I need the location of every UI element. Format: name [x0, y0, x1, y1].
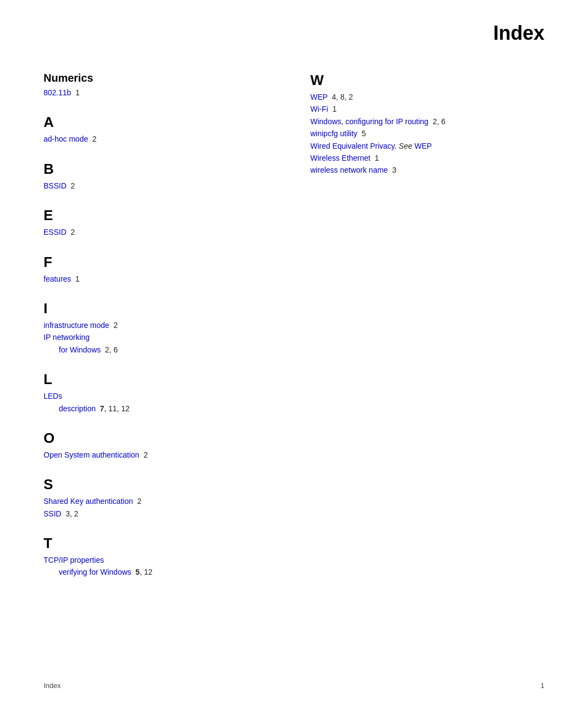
entry-802-11b: 802.11b 1 [44, 87, 278, 99]
link-shared-key-auth[interactable]: Shared Key authentication [44, 497, 133, 506]
link-essid[interactable]: ESSID [44, 228, 66, 236]
section-t: T TCP/IP properties verifying for Window… [44, 535, 278, 579]
index-body: Numerics 802.11b 1 A ad-hoc mode 2 B BSS… [44, 72, 544, 594]
link-wep-see[interactable]: WEP [414, 142, 432, 150]
footer: Index 1 [44, 681, 544, 690]
section-w: W WEP 4, 8, 2 Wi-Fi 1 Windows, configuri… [310, 72, 544, 176]
entry-tcpip-verifying: verifying for Windows 5, 12 [44, 566, 278, 578]
link-tcpip-verifying[interactable]: verifying for Windows [59, 568, 131, 576]
page-title: Index [44, 22, 544, 50]
entry-tcpip-properties: TCP/IP properties [44, 554, 278, 566]
entry-shared-key-auth: Shared Key authentication 2 [44, 495, 278, 507]
link-ssid[interactable]: SSID [44, 509, 62, 518]
entry-windows-configuring: Windows, configuring for IP routing 2, 6 [310, 115, 544, 127]
section-e: E ESSID 2 [44, 207, 278, 238]
link-windows-configuring[interactable]: Windows, configuring for IP routing [310, 117, 428, 126]
link-infrastructure-mode[interactable]: infrastructure mode [44, 321, 109, 330]
entry-essid: ESSID 2 [44, 226, 278, 238]
entry-ssid: SSID 3, 2 [44, 508, 278, 520]
entry-wifi: Wi-Fi 1 [310, 103, 544, 115]
section-l: L LEDs description 7, 11, 12 [44, 371, 278, 415]
link-features[interactable]: features [44, 275, 71, 283]
section-s: S Shared Key authentication 2 SSID 3, 2 [44, 476, 278, 520]
link-wep[interactable]: WEP [310, 93, 328, 101]
section-f: F features 1 [44, 254, 278, 285]
entry-winipcfg: winipcfg utility 5 [310, 127, 544, 139]
entry-wireless-ethernet: Wireless Ethernet 1 [310, 152, 544, 164]
link-bssid[interactable]: BSSID [44, 181, 66, 190]
entry-leds: LEDs [44, 390, 278, 402]
section-heading-t: T [44, 535, 278, 552]
right-column: W WEP 4, 8, 2 Wi-Fi 1 Windows, configuri… [299, 72, 544, 594]
entry-wep: WEP 4, 8, 2 [310, 91, 544, 103]
section-o: O Open System authentication 2 [44, 430, 278, 461]
link-wireless-network-name[interactable]: wireless network name [310, 166, 388, 174]
section-heading-e: E [44, 207, 278, 224]
section-heading-b: B [44, 161, 278, 178]
section-heading-numerics: Numerics [44, 72, 278, 84]
link-winipcfg[interactable]: winipcfg utility [310, 129, 357, 138]
page-container: Index Numerics 802.11b 1 A ad-hoc mode 2… [0, 0, 588, 706]
section-b: B BSSID 2 [44, 161, 278, 192]
entry-wired-equivalent-privacy: Wired Equivalent Privacy. See WEP [310, 140, 544, 152]
section-heading-l: L [44, 371, 278, 388]
entry-leds-description: description 7, 11, 12 [44, 403, 278, 415]
section-heading-a: A [44, 114, 278, 131]
entry-infrastructure-mode: infrastructure mode 2 [44, 319, 278, 331]
section-heading-w: W [310, 72, 544, 89]
link-leds[interactable]: LEDs [44, 392, 62, 400]
entry-ip-networking-for-windows: for Windows 2, 6 [44, 344, 278, 356]
section-heading-i: I [44, 300, 278, 317]
link-leds-description[interactable]: description [59, 404, 96, 413]
link-ip-networking-for-windows[interactable]: for Windows [59, 345, 101, 354]
link-wireless-ethernet[interactable]: Wireless Ethernet [310, 154, 370, 162]
footer-page: 1 [541, 681, 544, 690]
link-ad-hoc-mode[interactable]: ad-hoc mode [44, 135, 88, 143]
entry-wireless-network-name: wireless network name 3 [310, 164, 544, 176]
entry-ip-networking: IP networking [44, 331, 278, 343]
entry-bssid: BSSID 2 [44, 180, 278, 192]
section-a: A ad-hoc mode 2 [44, 114, 278, 145]
entry-open-system-auth: Open System authentication 2 [44, 449, 278, 461]
link-802-11b[interactable]: 802.11b [44, 88, 71, 97]
link-tcpip-properties[interactable]: TCP/IP properties [44, 556, 104, 564]
section-i: I infrastructure mode 2 IP networking fo… [44, 300, 278, 356]
link-wifi[interactable]: Wi-Fi [310, 105, 328, 113]
link-ip-networking[interactable]: IP networking [44, 333, 90, 342]
entry-features: features 1 [44, 273, 278, 285]
footer-label: Index [44, 681, 61, 690]
section-heading-f: F [44, 254, 278, 271]
link-wired-equivalent-privacy[interactable]: Wired Equivalent Privacy. [310, 142, 396, 150]
section-heading-o: O [44, 430, 278, 447]
entry-ad-hoc-mode: ad-hoc mode 2 [44, 133, 278, 145]
left-column: Numerics 802.11b 1 A ad-hoc mode 2 B BSS… [44, 72, 299, 594]
link-open-system-auth[interactable]: Open System authentication [44, 451, 139, 459]
section-heading-s: S [44, 476, 278, 493]
section-numerics: Numerics 802.11b 1 [44, 72, 278, 99]
